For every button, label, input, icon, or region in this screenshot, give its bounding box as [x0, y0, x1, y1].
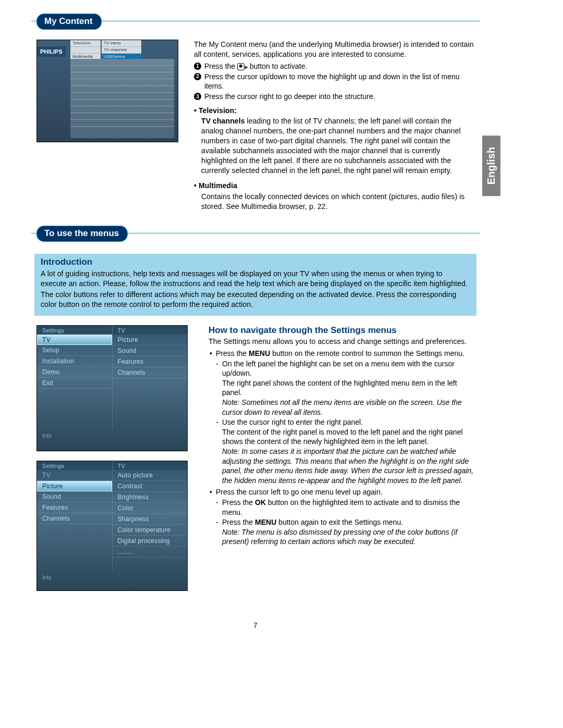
language-tab: English: [482, 135, 500, 196]
menu-item-selected: Picture: [37, 481, 112, 491]
menu-item: Installation: [37, 356, 112, 367]
menu-item: Auto picture: [113, 470, 188, 481]
cell: Television: [70, 40, 101, 47]
page-number: 7: [36, 621, 474, 630]
step-number-2: 2: [194, 73, 201, 80]
howto-bullet-1: Press the MENU button on the remote cont…: [209, 349, 474, 486]
note: Note: Sometimes not all the menu items a…: [222, 398, 462, 416]
menu-item: Digital processing: [113, 536, 188, 547]
introduction-p1: A lot of guiding instructions, help text…: [41, 269, 470, 289]
note: Note: The menu is also dismissed by pres…: [222, 528, 457, 546]
howto-lead: The Settings menu allows you to access a…: [209, 337, 474, 347]
howto-dash: Use the cursor right to enter the right …: [216, 417, 474, 485]
multimedia-heading: • Multimedia: [194, 181, 474, 191]
browse-icon: ✱▸: [237, 63, 248, 70]
introduction-p2: The color buttons refer to different act…: [41, 290, 470, 310]
philips-logo: PHILIPS: [37, 46, 66, 57]
note: Note: In some cases it is important that…: [222, 447, 473, 485]
menu-item: Color temperature: [113, 525, 188, 536]
info-footer: Info: [37, 429, 187, 442]
menu-item: Sound: [37, 491, 112, 502]
screenshot-settings-1: Settings TV Setup Installation Demo Exit…: [36, 325, 188, 451]
introduction-box: Introduction A lot of guiding instructio…: [34, 254, 476, 316]
menu-item: Channels: [113, 367, 188, 378]
cell: .: [70, 47, 101, 54]
menu-item: Exit: [37, 378, 112, 389]
introduction-heading: Introduction: [41, 257, 470, 267]
menu-item: Demo: [37, 367, 112, 378]
info-footer: Info: [37, 571, 187, 584]
menu-item: ........: [113, 547, 188, 558]
menu-item: Color: [113, 503, 188, 514]
howto-bullet-2: Press the cursor left to go one menu lev…: [209, 487, 474, 547]
cell: TV channels: [102, 47, 141, 54]
col-head: TV: [113, 461, 188, 470]
howto-dash: On the left panel the highlight can be s…: [216, 359, 474, 417]
menu-item: Sound: [113, 346, 188, 356]
col-head: TV: [113, 326, 188, 335]
heading-to-use-menus: To use the menus: [36, 226, 128, 242]
step-number-1: 1: [194, 63, 201, 70]
screenshot-settings-2: Settings TV Picture Sound Features Chann…: [36, 461, 188, 591]
col-head: Settings: [37, 461, 112, 470]
mycontent-steps: 1 Press the ✱▸ button to activate. 2 Pre…: [194, 61, 474, 102]
col-head: Settings: [37, 326, 112, 335]
heading-my-content: My Content: [36, 14, 102, 30]
menu-item: Features: [113, 356, 188, 367]
menu-item: Contrast: [113, 481, 188, 492]
howto-dash: Press the MENU button again to exit the …: [216, 517, 474, 547]
menu-item: Features: [37, 502, 112, 513]
step-number-3: 3: [194, 93, 201, 100]
step-2-text: Press the cursor up/down to move the hig…: [204, 72, 474, 91]
menu-item: Sharpness: [113, 514, 188, 525]
menu-item: Setup: [37, 345, 112, 356]
howto-heading: How to navigate through the Settings men…: [209, 325, 474, 336]
howto-dash: Press the OK button on the highlighted i…: [216, 498, 474, 517]
menu-item: Channels: [37, 513, 112, 524]
menu-item: Brightness: [113, 492, 188, 503]
television-body: TV channels leading to the list of TV ch…: [201, 116, 474, 175]
menu-item: Picture: [113, 335, 188, 346]
cell: TV menu: [102, 40, 141, 47]
multimedia-body: Contains the locally connected devices o…: [201, 192, 474, 212]
step-1-text: Press the ✱▸ button to activate.: [204, 61, 307, 71]
menu-item: TV: [37, 470, 112, 481]
howto-list: Press the MENU button on the remote cont…: [209, 349, 474, 547]
television-heading: • Television:: [194, 106, 474, 116]
step-3-text: Press the cursor right to go deeper into…: [204, 92, 375, 101]
screenshot-mycontent: PHILIPS Television . Multimedia TV menu …: [36, 40, 178, 142]
menu-item-selected: TV: [37, 335, 112, 345]
mycontent-intro: The My Content menu (and the underlying …: [194, 40, 474, 59]
